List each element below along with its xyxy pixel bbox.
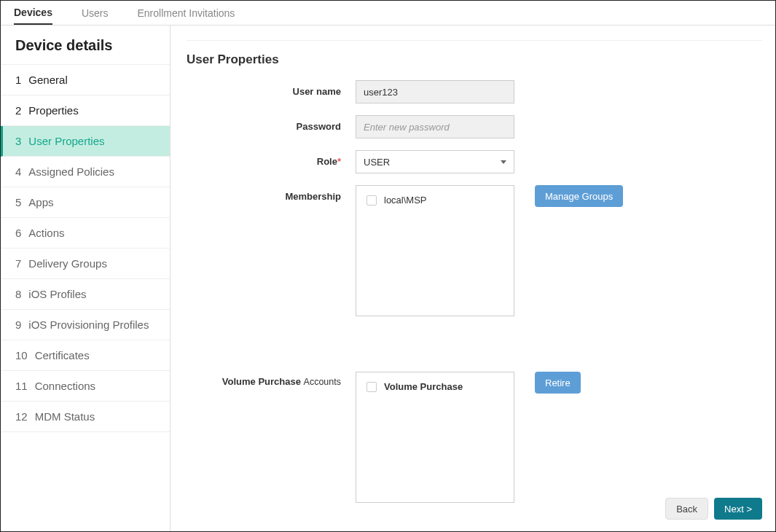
spacer	[187, 328, 762, 372]
password-input[interactable]	[356, 115, 514, 138]
sidebar-item-num: 3	[15, 135, 21, 147]
label-vp-sub: Accounts	[304, 377, 341, 387]
sidebar-item-label: Properties	[28, 104, 78, 117]
checkbox-icon[interactable]	[367, 195, 377, 206]
sidebar-item-mdm-status[interactable]: 12 MDM Status	[1, 402, 170, 432]
sidebar-item-num: 1	[15, 74, 21, 86]
label-volume-purchase: Volume Purchase Accounts	[187, 372, 356, 387]
sidebar-item-num: 8	[15, 288, 21, 300]
sidebar-item-apps[interactable]: 5 Apps	[1, 187, 170, 218]
main-panel: User Properties User name Password Role*	[171, 26, 775, 531]
sidebar-item-ios-provisioning-profiles[interactable]: 9 iOS Provisioning Profiles	[1, 310, 170, 340]
username-input[interactable]	[356, 80, 514, 103]
tab-enrollment-invitations[interactable]: Enrollment Invitations	[138, 1, 235, 25]
label-password: Password	[187, 115, 356, 132]
membership-listbox[interactable]: local\MSP	[356, 185, 514, 316]
sidebar-items: 1 General 2 Properties 3 User Properties…	[1, 65, 170, 432]
sidebar-item-label: MDM Status	[35, 410, 95, 423]
sidebar-item-certificates[interactable]: 10 Certificates	[1, 340, 170, 371]
manage-groups-button[interactable]: Manage Groups	[535, 185, 623, 207]
divider	[187, 40, 762, 41]
sidebar-item-num: 11	[15, 380, 28, 392]
sidebar-item-label: iOS Provisioning Profiles	[28, 318, 149, 331]
top-tabs: Devices Users Enrollment Invitations	[1, 1, 775, 26]
sidebar-item-actions[interactable]: 6 Actions	[1, 218, 170, 249]
sidebar-item-num: 7	[15, 257, 21, 270]
sidebar-item-num: 9	[15, 318, 21, 331]
sidebar-item-num: 6	[15, 227, 21, 239]
sidebar-item-user-properties[interactable]: 3 User Properties	[1, 126, 170, 157]
sidebar-item-label: Assigned Policies	[28, 165, 114, 178]
sidebar-item-num: 2	[15, 104, 21, 117]
sidebar-item-label: iOS Profiles	[28, 288, 86, 300]
required-asterisk: *	[337, 156, 341, 167]
sidebar-item-assigned-policies[interactable]: 4 Assigned Policies	[1, 157, 170, 187]
role-select-value: USER	[364, 157, 390, 168]
volume-purchase-item-label: Volume Purchase	[384, 381, 463, 392]
app-window: Devices Users Enrollment Invitations Dev…	[0, 0, 776, 532]
sidebar-item-label: Certificates	[35, 349, 90, 361]
back-button[interactable]: Back	[665, 498, 708, 520]
row-password: Password	[187, 115, 762, 138]
checkbox-icon[interactable]	[367, 382, 377, 392]
label-membership: Membership	[187, 185, 356, 202]
sidebar-title: Device details	[1, 26, 170, 65]
body: Device details 1 General 2 Properties 3 …	[1, 26, 775, 531]
label-vp-main: Volume Purchase	[222, 376, 304, 387]
footer-buttons: Back Next >	[665, 498, 762, 520]
sidebar-item-label: Actions	[28, 227, 64, 239]
next-button[interactable]: Next >	[714, 498, 762, 520]
sidebar-item-num: 4	[15, 165, 21, 178]
label-role: Role*	[187, 150, 356, 167]
sidebar-item-delivery-groups[interactable]: 7 Delivery Groups	[1, 249, 170, 279]
sidebar-item-connections[interactable]: 11 Connections	[1, 371, 170, 402]
sidebar-item-label: Apps	[28, 196, 53, 208]
retire-button[interactable]: Retire	[535, 372, 581, 394]
volume-purchase-listbox[interactable]: Volume Purchase	[356, 372, 514, 503]
membership-item-label: local\MSP	[384, 195, 427, 206]
sidebar-item-general[interactable]: 1 General	[1, 65, 170, 95]
sidebar-item-label: Connections	[35, 380, 95, 392]
sidebar-item-label: Delivery Groups	[28, 257, 107, 270]
volume-purchase-item[interactable]: Volume Purchase	[367, 380, 503, 394]
sidebar-item-label: User Properties	[28, 135, 104, 147]
sidebar-item-num: 10	[15, 349, 28, 361]
sidebar-item-num: 12	[15, 410, 28, 423]
sidebar-item-properties[interactable]: 2 Properties	[1, 95, 170, 126]
sidebar-item-num: 5	[15, 196, 21, 208]
label-username: User name	[187, 80, 356, 97]
tab-users[interactable]: Users	[82, 1, 109, 25]
row-role: Role* USER	[187, 150, 762, 173]
row-volume-purchase: Volume Purchase Accounts Volume Purchase…	[187, 372, 762, 503]
sidebar-item-label: General	[28, 74, 67, 86]
label-role-text: Role	[317, 156, 337, 167]
row-membership: Membership local\MSP Manage Groups	[187, 185, 762, 316]
sidebar: Device details 1 General 2 Properties 3 …	[1, 26, 171, 531]
membership-item[interactable]: local\MSP	[367, 193, 503, 207]
tab-devices[interactable]: Devices	[14, 1, 52, 25]
chevron-down-icon	[501, 160, 506, 164]
row-username: User name	[187, 80, 762, 103]
role-select[interactable]: USER	[356, 150, 514, 173]
sidebar-item-ios-profiles[interactable]: 8 iOS Profiles	[1, 279, 170, 310]
section-title: User Properties	[187, 52, 762, 67]
